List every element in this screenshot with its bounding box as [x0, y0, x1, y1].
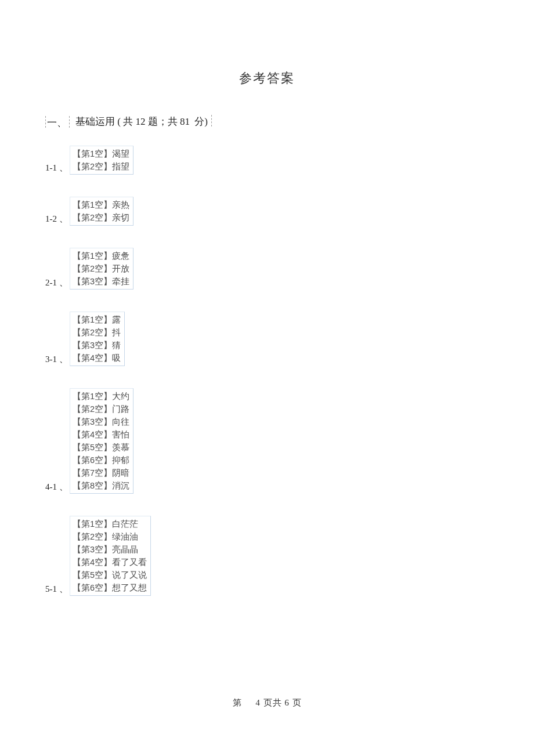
answer-line: 【第5空】羡慕: [73, 441, 129, 454]
footer-suffix: 页: [293, 698, 302, 707]
answers-container: 1-1 、 【第1空】渴望 【第2空】指望 1-2 、 【第1空】亲热 【第2空…: [45, 146, 534, 596]
answer-line: 【第6空】想了又想: [73, 581, 147, 594]
section-label: 基础运用 ( 共 12 题；共 81 分): [75, 115, 212, 128]
question-number: 4-1 、: [45, 482, 68, 493]
section-detail-mid: 题；共: [148, 116, 178, 127]
section-number: 一、: [45, 116, 70, 128]
answer-line: 【第1空】渴望: [73, 147, 129, 160]
answer-box: 【第1空】渴望 【第2空】指望: [70, 146, 134, 175]
section-detail-suffix: 分): [192, 115, 212, 126]
answer-line: 【第1空】白茫茫: [73, 518, 147, 530]
answer-line: 【第4空】看了又看: [73, 556, 147, 569]
answer-line: 【第4空】吸: [73, 352, 121, 364]
section-detail-score: 81: [180, 116, 190, 127]
answer-box: 【第1空】疲惫 【第2空】开放 【第3空】牵挂: [70, 248, 134, 290]
section-label-text: 基础运用: [75, 116, 115, 127]
answer-box: 【第1空】白茫茫 【第2空】绿油油 【第3空】亮晶晶 【第4空】看了又看 【第5…: [70, 516, 151, 596]
answer-line: 【第1空】亲热: [73, 198, 129, 211]
section-detail-count: 12: [135, 116, 145, 127]
answer-line: 【第5空】说了又说: [73, 569, 147, 581]
answer-line: 【第2空】指望: [73, 160, 129, 173]
answer-group: 2-1 、 【第1空】疲惫 【第2空】开放 【第3空】牵挂: [45, 248, 534, 290]
answer-group: 3-1 、 【第1空】露 【第2空】抖 【第3空】猜 【第4空】吸: [45, 312, 534, 366]
answer-line: 【第3空】向往: [73, 415, 129, 428]
question-number: 3-1 、: [45, 354, 68, 365]
footer-mid: 页共: [264, 698, 282, 707]
answer-group: 1-1 、 【第1空】渴望 【第2空】指望: [45, 146, 534, 175]
answer-line: 【第2空】门路: [73, 403, 129, 415]
section-header: 一、 基础运用 ( 共 12 题；共 81 分): [45, 115, 534, 128]
answer-group: 1-2 、 【第1空】亲热 【第2空】亲切: [45, 197, 534, 226]
section-detail-prefix: ( 共: [117, 116, 133, 127]
footer-prefix: 第: [233, 698, 242, 707]
question-number: 1-2 、: [45, 214, 68, 225]
answer-group: 5-1 、 【第1空】白茫茫 【第2空】绿油油 【第3空】亮晶晶 【第4空】看了…: [45, 516, 534, 596]
answer-line: 【第1空】疲惫: [73, 249, 129, 262]
answer-line: 【第3空】牵挂: [73, 275, 129, 288]
answer-line: 【第1空】露: [73, 313, 121, 326]
answer-line: 【第2空】亲切: [73, 211, 129, 224]
answer-line: 【第2空】开放: [73, 262, 129, 275]
answer-group: 4-1 、 【第1空】大约 【第2空】门路 【第3空】向往 【第4空】害怕 【第…: [45, 388, 534, 494]
question-number: 2-1 、: [45, 277, 68, 288]
answer-line: 【第2空】绿油油: [73, 530, 147, 543]
answer-box: 【第1空】大约 【第2空】门路 【第3空】向往 【第4空】害怕 【第5空】羡慕 …: [70, 388, 134, 494]
question-number: 5-1 、: [45, 584, 68, 595]
answer-line: 【第1空】大约: [73, 390, 129, 403]
answer-line: 【第3空】猜: [73, 339, 121, 352]
answer-line: 【第4空】害怕: [73, 428, 129, 441]
answer-line: 【第8空】消沉: [73, 479, 129, 492]
question-number: 1-1 、: [45, 162, 68, 173]
footer-page: 4: [255, 698, 261, 707]
answer-line: 【第2空】抖: [73, 326, 121, 339]
answer-line: 【第7空】阴暗: [73, 466, 129, 479]
page-footer: 第 4 页共 6 页: [0, 697, 534, 708]
answer-box: 【第1空】露 【第2空】抖 【第3空】猜 【第4空】吸: [70, 312, 125, 366]
answer-line: 【第3空】亮晶晶: [73, 543, 147, 556]
answer-line: 【第6空】抑郁: [73, 454, 129, 466]
page-title: 参考答案: [0, 0, 534, 87]
footer-total: 6: [284, 698, 290, 707]
answer-box: 【第1空】亲热 【第2空】亲切: [70, 197, 134, 226]
